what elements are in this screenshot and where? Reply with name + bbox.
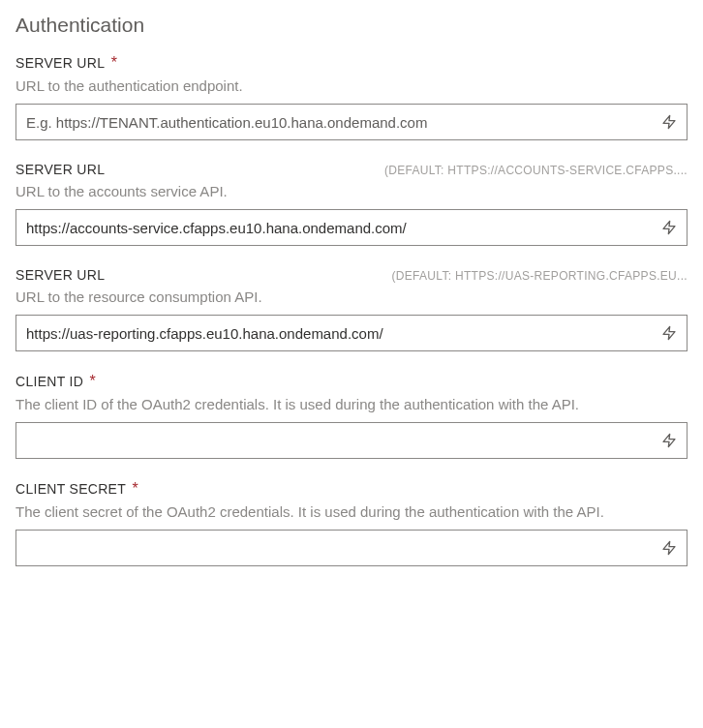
input-container	[15, 209, 688, 246]
field-client-id: CLIENT ID * The client ID of the OAuth2 …	[15, 373, 688, 459]
client-id-input[interactable]	[16, 423, 652, 458]
uas-server-url-input[interactable]	[16, 316, 652, 350]
field-description: The client ID of the OAuth2 credentials.…	[15, 394, 688, 414]
field-label: CLIENT ID	[15, 374, 83, 389]
required-indicator: *	[111, 54, 117, 71]
field-auth-server-url: SERVER URL * URL to the authentication e…	[15, 54, 688, 140]
input-container	[15, 104, 688, 140]
svg-marker-2	[663, 326, 675, 339]
field-client-secret: CLIENT SECRET * The client secret of the…	[15, 480, 688, 566]
field-label: SERVER URL	[15, 267, 105, 283]
field-label: CLIENT SECRET	[15, 481, 126, 497]
field-label: SERVER URL	[15, 55, 105, 71]
bolt-icon[interactable]	[652, 105, 687, 139]
bolt-icon[interactable]	[652, 423, 687, 458]
bolt-icon[interactable]	[652, 531, 687, 565]
bolt-icon[interactable]	[652, 210, 687, 245]
client-secret-input[interactable]	[16, 531, 652, 565]
bolt-icon[interactable]	[652, 316, 687, 350]
field-uas-server-url: SERVER URL (DEFAULT: HTTPS://UAS-REPORTI…	[15, 267, 688, 351]
input-container	[15, 530, 688, 566]
svg-marker-4	[663, 541, 675, 554]
section-heading: Authentication	[15, 14, 688, 37]
accounts-server-url-input[interactable]	[16, 210, 652, 245]
required-indicator: *	[133, 480, 138, 497]
input-container	[15, 422, 688, 459]
field-description: URL to the accounts service API.	[15, 181, 688, 201]
svg-marker-3	[663, 434, 675, 446]
auth-server-url-input[interactable]	[16, 105, 652, 139]
default-hint: (DEFAULT: HTTPS://ACCOUNTS-SERVICE.CFAPP…	[384, 164, 688, 177]
field-description: The client secret of the OAuth2 credenti…	[15, 501, 688, 522]
field-description: URL to the resource consumption API.	[15, 287, 688, 307]
required-indicator: *	[90, 373, 96, 389]
svg-marker-1	[663, 221, 675, 233]
default-hint: (DEFAULT: HTTPS://UAS-REPORTING.CFAPPS.E…	[392, 269, 688, 283]
field-description: URL to the authentication endpoint.	[15, 76, 688, 96]
field-accounts-server-url: SERVER URL (DEFAULT: HTTPS://ACCOUNTS-SE…	[15, 162, 688, 246]
input-container	[15, 315, 688, 351]
svg-marker-0	[663, 115, 675, 128]
field-label: SERVER URL	[15, 162, 105, 177]
